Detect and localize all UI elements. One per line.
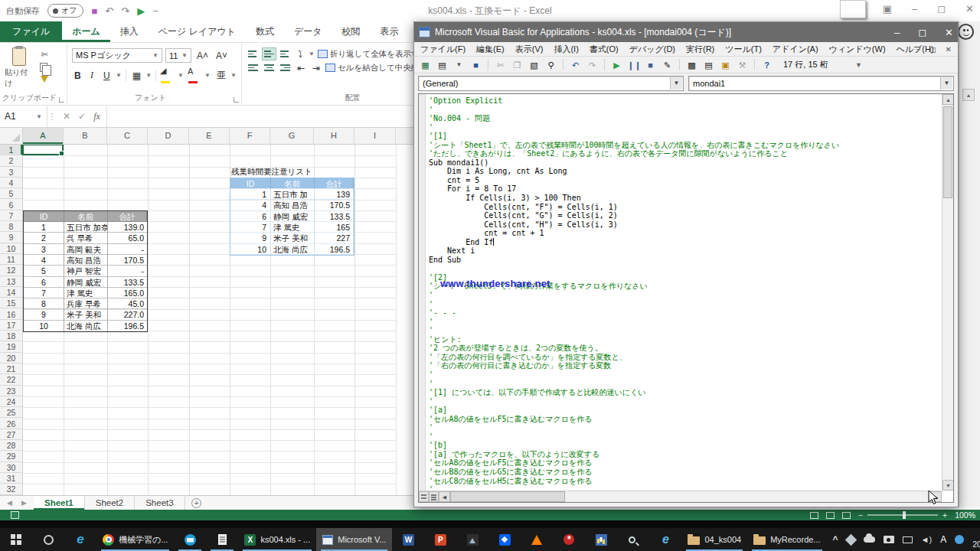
row-header-24[interactable]: 24 (0, 396, 22, 407)
procedure-dropdown[interactable]: mondai1▼ (688, 76, 954, 91)
sheet-tab-sheet2[interactable]: Sheet2 (85, 496, 135, 510)
row-header-32[interactable]: 32 (0, 484, 22, 494)
insert-function-icon[interactable]: fx (93, 111, 100, 122)
format-painter-icon[interactable] (41, 76, 48, 83)
chevron-down-icon[interactable]: ▼ (230, 72, 237, 79)
phonetic-guide-icon[interactable]: 亜 (214, 69, 227, 82)
chevron-down-icon[interactable]: ▼ (452, 59, 466, 71)
row-header-26[interactable]: 26 (0, 419, 22, 429)
object-browser-icon[interactable]: ▣ (719, 59, 732, 71)
row-header-23[interactable]: 23 (0, 386, 22, 396)
row-header-6[interactable]: 6 (0, 200, 22, 210)
confirm-entry-icon[interactable]: ✓ (78, 111, 86, 122)
fill-color-icon[interactable]: ◢ (160, 66, 174, 85)
scroll-up-icon[interactable]: ▲ (962, 89, 975, 101)
taskbar-clock[interactable]: 22:03 2018/12/24 (972, 530, 980, 549)
start-button[interactable] (0, 528, 32, 551)
add-sheet-button[interactable]: + (185, 496, 208, 510)
network-display-icon[interactable] (903, 536, 913, 543)
mdi-close-icon[interactable]: ✕ (946, 45, 952, 54)
ribbon-options-icon[interactable]: ▣ (883, 3, 892, 15)
tray-dropbox-icon[interactable] (844, 533, 857, 546)
increase-font-icon[interactable]: A˄ (194, 51, 211, 61)
align-right-icon[interactable] (279, 62, 292, 73)
row-header-18[interactable]: 18 (0, 331, 22, 341)
row-header-25[interactable]: 25 (0, 407, 22, 418)
selected-cell-a1[interactable] (22, 145, 64, 155)
vba-save-icon[interactable]: ■ (469, 59, 482, 71)
vba-minimize-icon[interactable]: – (894, 27, 900, 38)
ribbon-tab-file[interactable]: ファイル (0, 21, 62, 42)
chart-app-button[interactable] (585, 528, 617, 551)
row-header-14[interactable]: 14 (0, 287, 22, 298)
italic-button[interactable]: I (87, 70, 97, 81)
camera-icon[interactable] (884, 536, 894, 543)
row-header-21[interactable]: 21 (0, 364, 22, 374)
column-header-C[interactable]: C (107, 128, 148, 144)
chevron-down-icon[interactable]: ▼ (178, 72, 184, 79)
close-icon[interactable]: ✕ (965, 3, 974, 15)
vba-menu-0[interactable]: ファイル(F) (420, 44, 466, 55)
ribbon-tab-4[interactable]: 数式 (246, 21, 284, 42)
ribbon-tab-5[interactable]: データ (284, 21, 332, 42)
sheet-tab-sheet3[interactable]: Sheet3 (135, 496, 185, 510)
folder-ks004-task[interactable]: 04_ks004 (681, 528, 747, 551)
row-header-9[interactable]: 9 (0, 232, 22, 243)
chevron-down-icon[interactable]: ▼ (204, 72, 211, 79)
ribbon-tab-7[interactable]: 表示 (371, 21, 409, 42)
ime-indicator[interactable]: A (940, 534, 946, 545)
vba-menu-2[interactable]: 表示(V) (515, 44, 544, 55)
mdi-minimize-icon[interactable]: − (916, 45, 920, 54)
decrease-indent-icon[interactable]: ⇤ (295, 63, 307, 73)
row-header-15[interactable]: 15 (0, 298, 22, 308)
paste-button[interactable]: 貼り付け (5, 46, 34, 93)
chevron-down-icon[interactable]: ▼ (145, 72, 152, 79)
page-break-view-icon[interactable] (842, 512, 851, 519)
row-header-13[interactable]: 13 (0, 276, 22, 287)
name-box[interactable]: A1▼ (0, 106, 47, 127)
view-excel-icon[interactable]: ▦ (419, 59, 432, 71)
vba-maximize-icon[interactable]: ◻ (918, 27, 926, 38)
zoom-thumb[interactable] (903, 511, 906, 519)
scroll-down-icon[interactable]: ▼ (942, 480, 954, 491)
vba-menu-9[interactable]: ウィンドウ(W) (829, 44, 886, 55)
sheet-prev-icon[interactable]: ◀ (7, 499, 12, 507)
search-app-button[interactable] (617, 528, 649, 551)
row-header-5[interactable]: 5 (0, 188, 22, 199)
scroll-up-icon[interactable]: ▲ (942, 94, 954, 105)
row-header-20[interactable]: 20 (0, 353, 22, 364)
font-color-icon[interactable]: A (188, 67, 201, 85)
minimize-icon[interactable]: – (912, 3, 917, 15)
vba-paste-icon[interactable]: ▧ (528, 59, 541, 71)
cortana-button[interactable] (32, 528, 64, 551)
row-header-29[interactable]: 29 (0, 451, 22, 461)
row-header-1[interactable]: 1 (0, 145, 22, 155)
column-header-A[interactable]: A (23, 128, 64, 144)
chevron-down-icon[interactable]: ▼ (116, 72, 122, 79)
select-all-corner[interactable] (0, 128, 23, 144)
row-header-28[interactable]: 28 (0, 440, 22, 451)
zoom-level[interactable]: 100% (955, 510, 975, 520)
chevron-down-icon[interactable]: ▼ (309, 51, 315, 57)
column-header-D[interactable]: D (148, 128, 189, 144)
mail-task[interactable] (174, 528, 206, 551)
vba-redo-icon[interactable]: ↷ (586, 59, 599, 71)
formula-bar-handle[interactable]: ⋮ (47, 106, 57, 127)
toolbox-icon[interactable]: ⚒ (736, 59, 749, 71)
red-app-button[interactable]: * (553, 528, 585, 551)
vba-menu-6[interactable]: 実行(R) (686, 44, 714, 55)
edge-button[interactable]: e (64, 528, 96, 551)
align-top-icon[interactable] (247, 48, 260, 60)
insert-userform-icon[interactable]: ▤ (436, 59, 449, 71)
vba-close-icon[interactable]: ✕ (945, 27, 953, 38)
vba-titlebar[interactable]: Microsoft Visual Basic for Applications … (414, 22, 958, 42)
scroll-left-icon[interactable]: ◀ (439, 491, 450, 502)
orientation-icon[interactable]: ⤵ (295, 49, 305, 60)
copy-icon[interactable] (40, 63, 47, 72)
row-header-3[interactable]: 3 (0, 167, 22, 178)
row-header-31[interactable]: 31 (0, 473, 22, 484)
vba-cut-icon[interactable]: ✄ (494, 59, 507, 71)
column-header-F[interactable]: F (230, 128, 270, 144)
mdi-restore-icon[interactable]: ◻ (929, 45, 936, 54)
zoom-slider[interactable]: − + (858, 510, 947, 520)
